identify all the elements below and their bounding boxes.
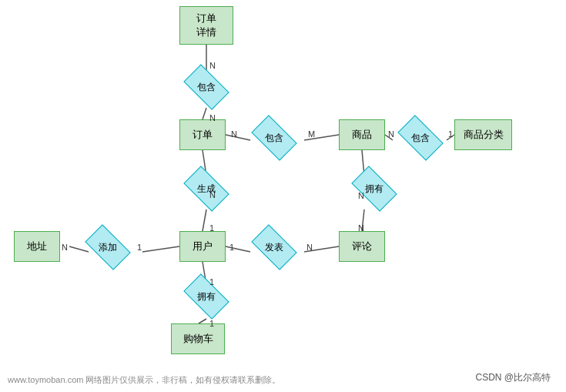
entity-user: 用户 [179,231,226,262]
card-n7: N [358,223,364,233]
card-n1: N [209,61,216,70]
card-n2: N [209,113,216,122]
diamond-contain1: 包含 [179,69,234,105]
entity-address: 地址 [14,231,60,262]
card-n4: N [388,129,394,139]
entity-order-detail: 订单 详情 [179,6,233,45]
card-1c: 1 [137,243,142,252]
diamond-add: 添加 [80,230,136,265]
diamond-contain3: 包含 [393,120,448,156]
diamond-own2: 拥有 [179,279,234,314]
entity-order: 订单 [179,119,226,150]
card-1e: 1 [209,277,214,286]
card-1b: 1 [209,223,214,233]
diamond-own1: 拥有 [347,171,402,206]
footer-watermark: www.toymoban.com 网络图片仅供展示，非行稿，如有侵权请联系删除。 [8,374,280,386]
diamond-generate: 生成 [179,171,234,206]
card-n8: N [62,243,68,252]
card-1f: 1 [209,319,214,328]
entity-goods: 商品 [339,119,385,150]
diamond-contain2: 包含 [246,120,302,156]
card-n9: N [306,243,313,252]
entity-goods-category: 商品分类 [454,119,512,150]
footer-brand: CSDN @比尔高特 [475,371,551,384]
diamond-publish: 发表 [246,230,302,265]
svg-line-11 [142,246,179,252]
entity-review: 评论 [339,231,385,262]
svg-line-7 [203,209,206,231]
svg-line-1 [203,108,206,119]
card-m1: M [308,129,315,139]
card-1a: 1 [448,129,453,139]
entity-cart: 购物车 [171,323,225,354]
er-diagram: 订单 详情 订单 商品 商品分类 用户 地址 评论 购物车 包含 包含 包含 生… [0,0,566,392]
card-n6: N [358,191,364,200]
card-n3: N [231,129,237,139]
card-1d: 1 [229,243,234,252]
